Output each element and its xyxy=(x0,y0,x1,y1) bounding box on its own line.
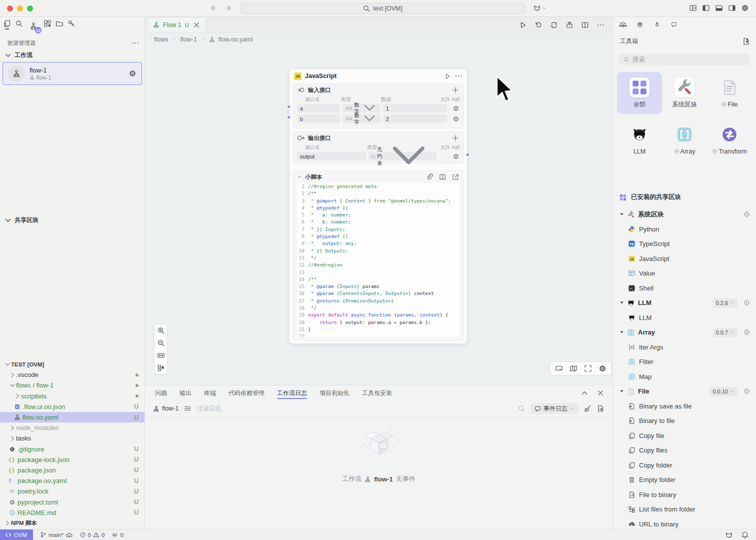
version-select[interactable]: 0.0.10 xyxy=(710,387,738,396)
collapse-panel-icon[interactable] xyxy=(580,389,588,397)
toolbox-search-input[interactable]: 搜索 xyxy=(619,54,750,65)
zoom-out-icon[interactable] xyxy=(157,339,165,347)
node-more-icon[interactable] xyxy=(454,72,462,80)
customize-layout-icon[interactable] xyxy=(689,4,697,12)
port-settings-gear-icon[interactable] xyxy=(452,116,460,122)
block-item-Iter Args[interactable]: Iter Args xyxy=(613,340,756,355)
key-activity-icon[interactable] xyxy=(68,20,76,28)
tree-item-poetry.lock[interactable]: poetry.lockU xyxy=(0,486,144,496)
git-branch-status[interactable]: main* xyxy=(40,532,72,538)
block-item-Copy folder[interactable]: Copy folder xyxy=(613,458,756,473)
block-item-Binary save as file[interactable]: Binary save as file xyxy=(613,399,756,414)
flow-settings-gear-icon[interactable] xyxy=(128,70,136,78)
toggle-left-panel-icon[interactable] xyxy=(702,4,710,12)
gift-tab-icon[interactable] xyxy=(636,20,644,28)
breadcrumb-flow-1[interactable]: flow-1 xyxy=(180,36,196,43)
search-activity-icon[interactable] xyxy=(15,20,23,28)
loop-run-icon[interactable] xyxy=(550,21,558,29)
chevron-down-icon[interactable] xyxy=(619,388,627,394)
port-name-field[interactable]: b xyxy=(297,114,340,123)
tree-section-NPM 脚本[interactable]: NPM 脚本 xyxy=(0,518,144,528)
port-name-field[interactable]: a xyxy=(297,104,340,112)
block-item-JavaScript[interactable]: JSJavaScript xyxy=(613,252,756,266)
minimize-window-button[interactable] xyxy=(17,6,23,12)
bottom-tab-工具包安装[interactable]: 工具包安装 xyxy=(362,386,392,400)
rocket-tab-icon[interactable] xyxy=(653,20,661,28)
back-icon[interactable] xyxy=(209,4,217,12)
assistant-cat-icon[interactable] xyxy=(725,531,733,539)
port-value-field[interactable]: 1 xyxy=(383,104,447,112)
shared-blocks-section-header[interactable]: 共享区块 xyxy=(4,216,38,224)
bottom-tab-输出[interactable]: 输出 xyxy=(180,386,192,400)
block-item-Empty folder[interactable]: Empty folder xyxy=(613,472,756,488)
bottom-tab-问题[interactable]: 问题 xyxy=(155,386,167,400)
info-icon[interactable] xyxy=(744,211,750,218)
installed-group-Array[interactable]: Array0.0.7 xyxy=(613,325,756,340)
tree-item-tasks[interactable]: tasks xyxy=(0,433,144,444)
auto-layout-icon[interactable] xyxy=(157,364,165,372)
flow-activity-icon[interactable]: 12 xyxy=(27,20,40,32)
split-editor-icon[interactable] xyxy=(581,21,589,29)
tree-item-.flow.ui.oo.json[interactable]: .flow.ui.oo.jsonU xyxy=(0,402,144,412)
ports-status[interactable]: 0 xyxy=(112,532,123,538)
fit-width-icon[interactable] xyxy=(157,352,165,360)
log-flow-selector[interactable]: flow-1 xyxy=(153,405,178,412)
command-center-search[interactable]: test [OVM] xyxy=(240,3,525,14)
export-logs-icon[interactable] xyxy=(596,404,604,412)
tab-flow-1[interactable]: Flow 1 U xyxy=(148,17,206,32)
info-icon[interactable] xyxy=(744,388,750,394)
toggle-right-panel-icon[interactable] xyxy=(728,4,736,12)
workflow-item-flow-1[interactable]: flow-1 flow-1 xyxy=(2,62,142,85)
workflow-section-header[interactable]: 工作流 xyxy=(4,51,32,60)
attach-file-icon[interactable] xyxy=(426,173,434,181)
more-actions-icon[interactable] xyxy=(596,21,604,29)
folder-activity-icon[interactable] xyxy=(56,20,64,28)
bottom-tab-项目初始化[interactable]: 项目初始化 xyxy=(320,386,350,400)
installed-group-LLM[interactable]: LLM0.2.6 xyxy=(613,296,756,310)
port-settings-gear-icon[interactable] xyxy=(452,153,460,160)
toolbox-category-Array[interactable]: Array xyxy=(662,119,707,161)
tree-section-TEST [OVM][interactable]: TEST [OVM] xyxy=(0,359,144,370)
close-window-button[interactable] xyxy=(7,6,13,12)
clear-logs-icon[interactable] xyxy=(584,404,592,412)
chevron-down-icon[interactable] xyxy=(619,212,627,217)
toolbox-category-File[interactable]: File xyxy=(707,72,752,114)
fullscreen-icon[interactable] xyxy=(584,364,592,372)
add-output-icon[interactable] xyxy=(452,134,460,142)
bottom-tab-终端[interactable]: 终端 xyxy=(204,386,216,400)
output-port-dot[interactable] xyxy=(466,152,470,157)
bottom-tab-代码依赖管理[interactable]: 代码依赖管理 xyxy=(228,386,264,400)
toggle-bottom-panel-icon[interactable] xyxy=(715,4,723,12)
new-block-icon[interactable] xyxy=(742,38,750,46)
notifications-bell-icon[interactable] xyxy=(741,531,749,539)
block-item-Shell[interactable]: >_Shell xyxy=(613,281,756,296)
input-port-b-dot[interactable] xyxy=(286,115,291,120)
block-item-File to binary[interactable]: File to binary xyxy=(613,488,756,502)
tree-item-README.md[interactable]: README.mdU xyxy=(0,508,144,518)
zoom-in-icon[interactable] xyxy=(157,326,165,334)
docs-icon[interactable] xyxy=(438,173,446,181)
toolbox-category-Transform[interactable]: Transform xyxy=(707,119,752,161)
toolbox-category-系统区块[interactable]: 系统区块 xyxy=(662,72,707,114)
event-log-dropdown[interactable]: 事件日志 xyxy=(530,403,578,414)
block-item-Copy file[interactable]: Copy file xyxy=(613,428,756,444)
open-external-icon[interactable] xyxy=(452,173,460,181)
bottom-tab-工作流日志[interactable]: 工作流日志 xyxy=(277,386,307,400)
assistant-cat-icon[interactable] xyxy=(533,4,541,12)
port-value-field[interactable]: 2 xyxy=(383,114,447,123)
toolbox-category-全部[interactable]: 全部 xyxy=(617,72,662,114)
explorer-activity-icon[interactable] xyxy=(3,20,11,28)
rerun-icon[interactable] xyxy=(534,21,542,29)
run-node-icon[interactable] xyxy=(444,73,451,80)
extensions-activity-icon[interactable] xyxy=(44,20,52,28)
block-item-TypeScript[interactable]: TSTypeScript xyxy=(613,236,756,252)
tree-item-scriptlets[interactable]: scriptlets xyxy=(0,391,144,402)
add-input-icon[interactable] xyxy=(452,86,460,94)
tree-item-package-lock.json[interactable]: { }package-lock.jsonU xyxy=(0,454,144,465)
info-icon[interactable] xyxy=(744,300,750,306)
version-select[interactable]: 0.0.7 xyxy=(713,328,738,337)
input-port-a-dot[interactable] xyxy=(286,104,291,109)
log-list-icon[interactable] xyxy=(184,404,192,412)
run-flow-icon[interactable] xyxy=(519,21,527,29)
share-export-icon[interactable] xyxy=(566,21,574,29)
